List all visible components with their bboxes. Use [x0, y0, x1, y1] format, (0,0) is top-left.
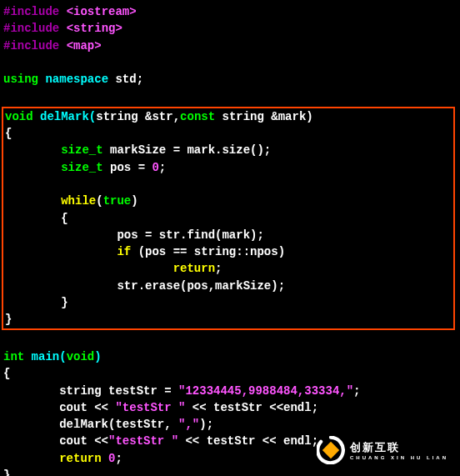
string-literal: "testStr " [115, 401, 185, 414]
keyword-void: void [5, 110, 33, 123]
header-name: <string> [67, 22, 122, 35]
string-literal: "," [178, 418, 199, 431]
code-line: if (pos == string::npos) [3, 243, 453, 260]
code-line: void delMark(string &str,const string &m… [3, 108, 453, 125]
header-name: <map> [67, 39, 102, 53]
header-name: <iostream> [67, 5, 137, 18]
code-line: } [3, 294, 453, 311]
keyword-if: if [5, 245, 131, 258]
logo-sub-text: CHUANG XIN HU LIAN [350, 455, 448, 460]
code-line [0, 88, 460, 104]
keyword-return: return [5, 262, 215, 275]
code-line: } [3, 311, 453, 328]
preprocessor: #include [3, 5, 59, 18]
code-editor: #include <iostream> #include <string> #i… [0, 3, 460, 476]
number-literal: 0 [102, 452, 116, 465]
code-line: { [3, 125, 453, 142]
code-line: #include <map> [0, 38, 460, 54]
keyword-const: const [180, 110, 215, 123]
type-sizet: size_t [5, 161, 103, 174]
string-literal: "testStr " [108, 434, 178, 448]
number-literal: 0 [152, 161, 158, 174]
keyword-int: int [3, 350, 24, 363]
code-line [0, 332, 460, 348]
keyword-namespace: namespace [45, 73, 108, 86]
logo-main-text: 创新互联 [350, 440, 448, 455]
watermark-logo: 创新互联 CHUANG XIN HU LIAN [317, 436, 448, 464]
preprocessor: #include [3, 39, 59, 53]
code-line: size_t pos = 0; [3, 159, 453, 176]
keyword-while: while [5, 194, 96, 208]
code-line [0, 54, 460, 71]
code-line: return; [3, 260, 453, 277]
logo-text: 创新互联 CHUANG XIN HU LIAN [350, 440, 448, 460]
code-line [3, 176, 453, 193]
type-string: string [96, 110, 138, 123]
code-line: delMark(testStr, ","); [0, 416, 460, 433]
code-line: str.erase(pos,markSize); [3, 278, 453, 294]
function-main: main( [24, 350, 66, 363]
type-sizet: size_t [5, 143, 103, 157]
code-line: string testStr = "12334445,9988484,33334… [0, 383, 460, 399]
keyword-using: using [3, 73, 38, 86]
code-line: #include <iostream> [0, 3, 460, 20]
code-line: } [0, 467, 460, 476]
keyword-true: true [103, 194, 132, 208]
code-line: size_t markSize = mark.size(); [3, 142, 453, 158]
code-line: using namespace std; [0, 71, 460, 88]
code-line: cout << "testStr " << testStr <<endl; [0, 399, 460, 416]
type-string: string [3, 384, 102, 398]
code-line: { [0, 365, 460, 382]
logo-icon [317, 436, 345, 464]
preprocessor: #include [3, 22, 59, 35]
highlighted-function: void delMark(string &str,const string &m… [2, 107, 455, 330]
code-line: #include <string> [0, 20, 460, 37]
code-line: { [3, 210, 453, 227]
code-line: pos = str.find(mark); [3, 227, 453, 243]
keyword-void: void [67, 350, 95, 363]
string-literal: "12334445,9988484,33334," [178, 384, 353, 398]
function-name: delMark( [33, 110, 97, 123]
keyword-return: return [3, 452, 102, 465]
code-line: while(true) [3, 193, 453, 209]
code-line: int main(void) [0, 348, 460, 365]
